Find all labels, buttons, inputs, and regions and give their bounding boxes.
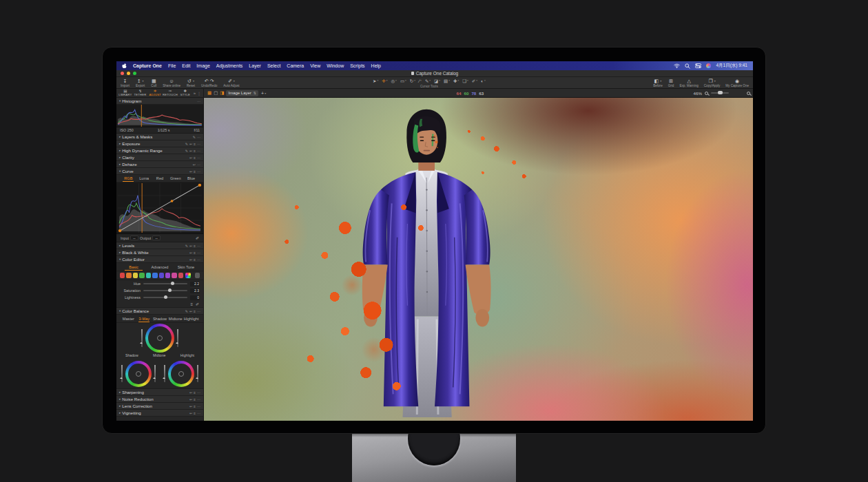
minimize-window-button[interactable] bbox=[127, 72, 130, 75]
more-icon[interactable]: ⋯ bbox=[197, 156, 200, 160]
search-icon[interactable] bbox=[685, 63, 690, 69]
export-button[interactable]: ↥▾Export bbox=[136, 77, 145, 88]
reset-icon[interactable]: ↩ bbox=[189, 169, 192, 174]
import-button[interactable]: ↧Import bbox=[121, 77, 130, 88]
tool-pan-icon[interactable]: ✛▾ bbox=[382, 78, 387, 83]
menu-file[interactable]: File bbox=[168, 63, 176, 68]
panel-header-high-dynamic-range[interactable]: ▸ High Dynamic Range ✎↩≡⋯ bbox=[116, 147, 203, 154]
curve-input-value[interactable]: -- bbox=[130, 235, 138, 240]
tool-select-icon[interactable]: ➤▾ bbox=[373, 78, 378, 83]
compare-icon[interactable]: ▢ bbox=[214, 90, 218, 96]
color-wheel-midtone[interactable] bbox=[145, 324, 174, 353]
panel-header-dehaze[interactable]: ▸ Dehaze ↩⋯ bbox=[116, 161, 203, 168]
brush-icon[interactable]: ✎ bbox=[185, 149, 188, 153]
reset-icon[interactable]: ↩ bbox=[189, 411, 192, 415]
siri-icon[interactable] bbox=[706, 63, 711, 68]
tool-rotate-icon[interactable]: ↻▾ bbox=[410, 78, 415, 83]
presets-icon[interactable]: ≡ bbox=[194, 404, 196, 408]
tool-gradient-mask-icon[interactable]: ▤▾ bbox=[444, 78, 450, 83]
tool-crop-icon[interactable]: ▭▾ bbox=[400, 78, 406, 83]
panel-header-sharpening[interactable]: ▸ Sharpening ↩≡⋯ bbox=[116, 389, 203, 396]
panel-header-color-balance[interactable]: ▾ Color Balance ✎↩≡⋯ bbox=[116, 308, 203, 315]
wheel-slider[interactable] bbox=[177, 329, 178, 348]
more-icon[interactable]: ⋯ bbox=[197, 163, 200, 167]
saturation-slider-thumb[interactable] bbox=[168, 289, 172, 292]
tool-draw-mask-icon[interactable]: ✎▾ bbox=[425, 78, 431, 83]
tool-straighten-icon[interactable]: ∕▾ bbox=[419, 78, 422, 83]
cull-button[interactable]: ▦Cull bbox=[151, 77, 156, 88]
tool-annotate-icon[interactable]: ✐▾ bbox=[472, 78, 477, 83]
my-capture-one-button[interactable]: ◉My Capture One bbox=[725, 77, 749, 88]
presets-icon[interactable]: ≡ bbox=[194, 411, 196, 415]
add-layer-button[interactable]: + bbox=[261, 91, 264, 96]
copy-apply-button[interactable]: ❐▾Copy/Apply bbox=[704, 77, 721, 88]
brush-icon[interactable]: ✎ bbox=[193, 135, 196, 139]
reset-icon[interactable]: ↩ bbox=[189, 390, 192, 395]
reset-icon[interactable]: ↩ bbox=[189, 258, 192, 262]
cb-tab-highlight[interactable]: Highlight bbox=[183, 317, 199, 321]
ce-tab-basic[interactable]: Basic bbox=[121, 265, 147, 269]
hue-slider-thumb[interactable] bbox=[171, 282, 174, 285]
presets-icon[interactable]: ≡ bbox=[194, 169, 196, 174]
tab-style[interactable]: ❖STYLE bbox=[178, 90, 193, 97]
tab-retouch[interactable]: ✑RETOUCH bbox=[163, 90, 178, 97]
swatch-yellow[interactable] bbox=[133, 273, 138, 278]
lightness-slider[interactable] bbox=[143, 297, 187, 298]
cb-tab-midtone[interactable]: Midtone bbox=[167, 317, 183, 321]
tool-loupe-icon[interactable]: ◎▾ bbox=[391, 78, 396, 83]
presets-icon[interactable]: ≡ bbox=[194, 142, 196, 146]
menu-image[interactable]: Image bbox=[196, 63, 209, 68]
swatch-orange[interactable] bbox=[126, 273, 131, 278]
reset-icon[interactable]: ↩ bbox=[189, 142, 192, 146]
swatch-aqua[interactable] bbox=[146, 273, 151, 278]
panel-header-black-white[interactable]: ▸ Black & White ↩≡⋯ bbox=[116, 249, 203, 256]
panel-header-layers-masks[interactable]: ▸ Layers & Masks ✎⋯ bbox=[116, 134, 203, 140]
swatch-all-colors[interactable] bbox=[185, 273, 190, 278]
tab-overflow-icon[interactable]: » bbox=[194, 91, 196, 95]
swatch-red[interactable] bbox=[120, 273, 125, 278]
apple-logo-icon[interactable] bbox=[122, 63, 127, 69]
presets-icon[interactable]: ≡ bbox=[194, 149, 196, 153]
auto-adjust-button[interactable]: ✐▾Auto Adjust bbox=[223, 77, 239, 88]
presets-icon[interactable]: ≡ bbox=[194, 397, 196, 401]
swatch-magenta[interactable] bbox=[172, 273, 176, 278]
pick-color-icon[interactable]: ✐ bbox=[196, 302, 199, 306]
presets-icon[interactable]: ≡ bbox=[194, 156, 196, 160]
cb-tab-shadow[interactable]: Shadow bbox=[152, 317, 168, 321]
panel-header-curve[interactable]: ▾ Curve ↩≡⋯ bbox=[116, 168, 203, 175]
swatch-picker-button[interactable] bbox=[195, 273, 200, 278]
curve-tab-luma[interactable]: Luma bbox=[136, 176, 152, 180]
more-icon[interactable]: ⋯ bbox=[197, 404, 200, 408]
color-wheel-highlight[interactable] bbox=[168, 361, 194, 387]
menu-edit[interactable]: Edit bbox=[182, 63, 190, 68]
close-window-button[interactable] bbox=[121, 72, 124, 75]
reset-icon[interactable]: ↩ bbox=[189, 156, 192, 160]
ce-tab-advanced[interactable]: Advanced bbox=[147, 265, 173, 269]
mask-visibility-icon[interactable]: ◨ bbox=[220, 90, 224, 96]
cb-tab-3way[interactable]: 3-Way bbox=[136, 317, 152, 321]
saturation-value[interactable]: 2.3 bbox=[190, 289, 200, 293]
reset-icon[interactable]: ↩ bbox=[189, 251, 192, 255]
lightness-slider-thumb[interactable] bbox=[164, 295, 167, 299]
menu-camera[interactable]: Camera bbox=[287, 63, 304, 68]
presets-icon[interactable]: ≡ bbox=[194, 251, 196, 255]
color-wheel-shadow[interactable] bbox=[125, 361, 152, 387]
wheel-slider[interactable] bbox=[141, 329, 143, 348]
swatch-pink[interactable] bbox=[178, 273, 183, 278]
panel-header-color-editor[interactable]: ▾ Color Editor ↩≡⋯ bbox=[116, 256, 203, 263]
tool-clone-icon[interactable]: ❏▾ bbox=[462, 78, 468, 83]
curve-tab-red[interactable]: Red bbox=[152, 176, 168, 180]
reset-icon[interactable]: ↩ bbox=[189, 397, 192, 401]
tool-spot-icon[interactable]: ◐▾ bbox=[481, 78, 486, 83]
menu-window[interactable]: Window bbox=[327, 63, 344, 68]
presets-icon[interactable]: ≡ bbox=[194, 258, 196, 262]
share-online-button[interactable]: ☺Share online bbox=[163, 77, 180, 88]
tool-heal-icon[interactable]: ✚▾ bbox=[453, 78, 459, 83]
brush-icon[interactable]: ✎ bbox=[185, 309, 188, 313]
viewer-canvas[interactable] bbox=[204, 98, 753, 421]
panel-header-clarity[interactable]: ▸ Clarity ↩≡⋯ bbox=[116, 154, 203, 161]
more-icon[interactable]: ⋯ bbox=[197, 251, 200, 255]
panel-header-exposure[interactable]: ▸ Exposure ✎↩≡⋯ bbox=[116, 140, 203, 147]
wheel-slider[interactable] bbox=[197, 365, 198, 381]
curve-picker-icon[interactable]: ✐ bbox=[196, 235, 199, 240]
